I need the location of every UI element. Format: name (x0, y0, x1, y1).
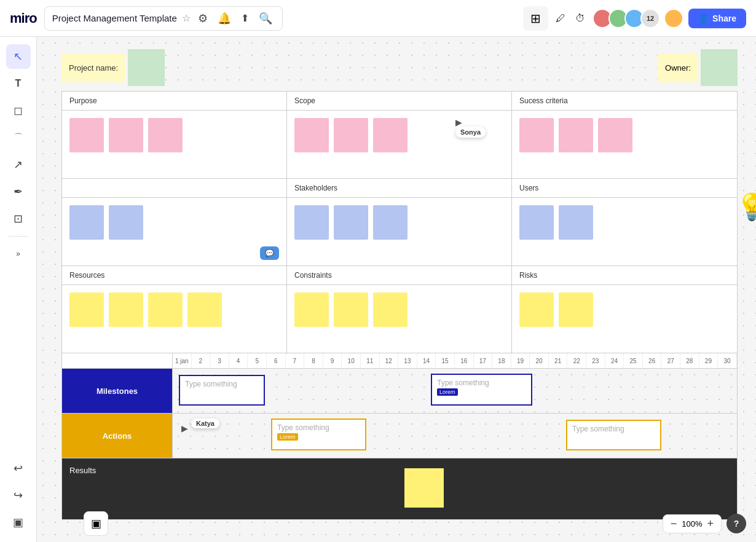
sticky-note[interactable] (559, 118, 593, 152)
date-cell: 15 (436, 353, 455, 368)
board-title: Project Management Template (52, 13, 177, 23)
board: Project name: 💬 3 Owner: Purpose Scope (61, 49, 738, 520)
date-cell: 28 (680, 353, 699, 368)
milestone-input-2[interactable]: Type something Lorem (431, 374, 532, 406)
canvas[interactable]: Project name: 💬 3 Owner: Purpose Scope (37, 37, 756, 542)
lorem-badge-2: Lorem (277, 433, 298, 441)
sidebar-tool-arrow[interactable]: ↗ (6, 152, 31, 177)
milestone-input-1-text: Type something (185, 380, 237, 388)
sticky-note[interactable] (373, 118, 408, 152)
zoom-out-button[interactable]: − (671, 517, 677, 530)
sticky-note[interactable] (598, 118, 632, 152)
sticky-note[interactable] (373, 293, 408, 327)
sidebar-tool-sticky[interactable]: ◻ (6, 98, 31, 123)
undo-button[interactable]: ↩ (6, 456, 31, 481)
avatar-count[interactable]: 12 (640, 9, 660, 28)
sidebar-tool-pen[interactable]: ✒ (6, 179, 31, 204)
upload-icon[interactable]: ⬆ (238, 10, 251, 26)
date-cell: 6 (267, 353, 286, 368)
grid-content-row-3 (62, 285, 737, 353)
actions-content: ▶ Katya Type something Lorem Type someth… (173, 414, 737, 458)
settings-icon[interactable]: ⚙ (195, 9, 210, 28)
timeline-dates: 1 jan23456789101112131415161718192021222… (173, 353, 737, 368)
purpose-header: Purpose (62, 92, 287, 110)
sticky-note[interactable] (334, 205, 368, 240)
results-content (103, 458, 737, 519)
sticky-note[interactable] (109, 118, 143, 152)
date-cell: 3 (210, 353, 229, 368)
zoom-level: 100% (682, 519, 702, 528)
date-cell: 22 (567, 353, 586, 368)
sticky-note[interactable] (69, 205, 104, 240)
success-header: Sucess criteria (512, 92, 737, 110)
scope-header: Scope (287, 92, 512, 110)
date-cell: 17 (474, 353, 493, 368)
panel-toggle-sidebar[interactable]: ▣ (6, 510, 31, 535)
zoom-in-button[interactable]: + (707, 517, 714, 530)
milestone-input-1[interactable]: Type something (179, 375, 265, 406)
sticky-note[interactable] (559, 293, 593, 327)
milestones-row: Milestones Type something Type something… (61, 369, 738, 414)
sidebar-tool-text[interactable]: T (6, 71, 31, 96)
sticky-note[interactable] (69, 118, 104, 152)
action-input-1[interactable]: Type something Lorem (271, 418, 366, 450)
date-cell: 7 (286, 353, 305, 368)
comment-bubble[interactable]: 💬 (260, 247, 279, 258)
action-input-2[interactable]: Type something (566, 420, 661, 450)
panel-toggle-button[interactable]: ▣ (84, 511, 108, 536)
date-cell: 4 (229, 353, 248, 368)
bell-icon[interactable]: 🔔 (215, 9, 234, 28)
resources-header: Resources (62, 266, 287, 285)
users-cell: 💡 (512, 198, 737, 265)
sticky-note[interactable] (187, 293, 222, 327)
avatar-4[interactable] (664, 9, 683, 28)
help-button[interactable]: ? (726, 514, 746, 533)
sticky-note[interactable] (148, 293, 183, 327)
sticky-note[interactable] (109, 293, 143, 327)
sticky-note[interactable] (109, 205, 143, 240)
stakeholders-cell (287, 198, 512, 265)
sticky-note[interactable] (519, 118, 554, 152)
results-label: Results (62, 458, 103, 519)
sticky-note[interactable] (294, 293, 329, 327)
logo: miro (10, 10, 37, 26)
constraints-header: Constraints (287, 266, 512, 285)
sidebar-tool-select[interactable]: ↖ (6, 44, 31, 69)
sticky-note[interactable] (148, 118, 183, 152)
sticky-note[interactable] (334, 293, 368, 327)
success-cell (512, 111, 737, 178)
timeline-label-empty (62, 353, 173, 368)
sticky-note[interactable] (334, 118, 368, 152)
grid-header-row-3: Resources Constraints Risks (62, 266, 737, 285)
sidebar-tool-more[interactable]: » (6, 242, 31, 266)
owner-sticky (701, 49, 738, 86)
sticky-note[interactable] (519, 205, 554, 240)
date-cell: 14 (417, 353, 436, 368)
date-cell: 12 (380, 353, 399, 368)
results-sticky[interactable] (404, 468, 444, 508)
date-cell: 8 (304, 353, 323, 368)
sticky-note[interactable] (519, 293, 554, 327)
share-icon: 👤 (698, 14, 709, 23)
project-sticky (128, 49, 165, 86)
sticky-note[interactable] (294, 118, 329, 152)
sticky-note[interactable] (559, 205, 593, 240)
annotate-icon[interactable]: 🖊 (553, 10, 568, 26)
share-button[interactable]: 👤 Share (688, 9, 746, 28)
project-name-box: Project name: (61, 49, 165, 86)
date-cell: 11 (361, 353, 380, 368)
sticky-note[interactable] (69, 293, 104, 327)
sticky-note[interactable] (294, 205, 329, 240)
sticky-note[interactable] (373, 205, 408, 240)
blank-header-2 (62, 179, 287, 197)
sidebar-tool-frame[interactable]: ⊡ (6, 206, 31, 231)
constraints-cell (287, 285, 512, 353)
star-icon[interactable]: ☆ (182, 12, 191, 24)
sidebar-tool-shapes[interactable]: ⌒ (6, 125, 31, 150)
redo-button[interactable]: ↪ (6, 483, 31, 508)
date-cell: 21 (549, 353, 568, 368)
timer-icon[interactable]: ⏱ (573, 10, 588, 26)
search-icon[interactable]: 🔍 (256, 9, 275, 28)
project-label: Project name: (61, 53, 125, 82)
apps-button[interactable]: ⊞ (523, 6, 548, 31)
